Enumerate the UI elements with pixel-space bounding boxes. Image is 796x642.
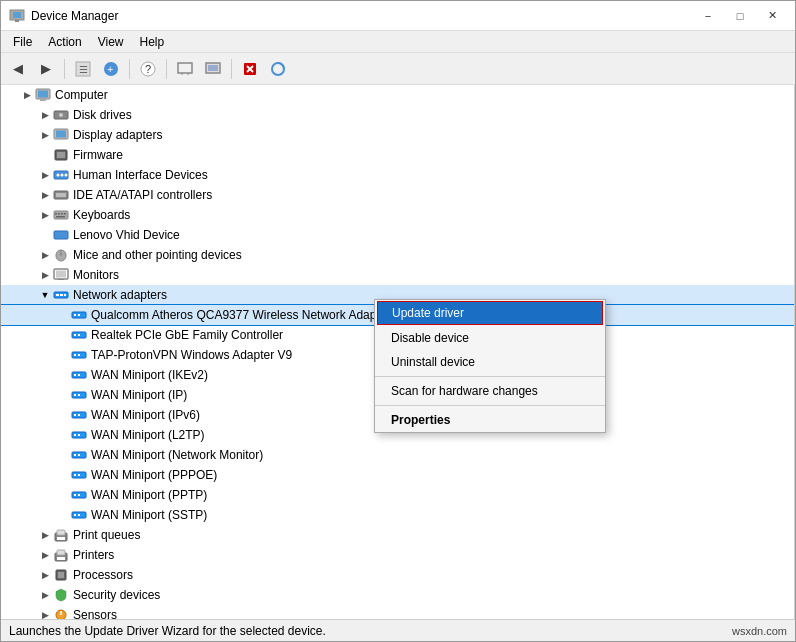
svg-rect-60 <box>74 374 76 376</box>
tree-item-sensors[interactable]: ▶ Sensors <box>1 605 794 619</box>
uninstall-button[interactable] <box>237 56 263 82</box>
scan-button[interactable] <box>265 56 291 82</box>
ctx-sep1 <box>375 376 605 377</box>
tree-item-wan-sstp[interactable]: WAN Miniport (SSTP) <box>1 505 794 525</box>
tree-item-wan-monitor[interactable]: WAN Miniport (Network Monitor) <box>1 445 794 465</box>
tree-label-security: Security devices <box>73 588 160 602</box>
content-area: ▶ Computer ▶ Disk drives ▶ Di <box>1 85 795 619</box>
tree-item-hid[interactable]: ▶ Human Interface Devices <box>1 165 794 185</box>
tree-item-printers[interactable]: ▶ Printers <box>1 545 794 565</box>
svg-rect-63 <box>74 394 76 396</box>
tree-item-ide[interactable]: ▶ IDE ATA/ATAPI controllers <box>1 185 794 205</box>
tree-item-keyboards[interactable]: ▶ Keyboards <box>1 205 794 225</box>
display-button[interactable] <box>172 56 198 82</box>
ctx-disable-device[interactable]: Disable device <box>375 326 605 350</box>
realtek-icon <box>71 327 87 343</box>
expand-mice[interactable]: ▶ <box>37 247 53 263</box>
expand-hid[interactable]: ▶ <box>37 167 53 183</box>
window-controls: − □ ✕ <box>693 6 787 26</box>
help-button[interactable]: ? <box>135 56 161 82</box>
svg-rect-72 <box>74 454 76 456</box>
maximize-button[interactable]: □ <box>725 6 755 26</box>
tree-label-tap: TAP-ProtonVPN Windows Adapter V9 <box>91 348 292 362</box>
svg-rect-49 <box>64 294 66 296</box>
device-manager-window: Device Manager − □ ✕ File Action View He… <box>0 0 796 642</box>
tree-label-wan-l2tp: WAN Miniport (L2TP) <box>91 428 205 442</box>
tree-pane[interactable]: ▶ Computer ▶ Disk drives ▶ Di <box>1 85 795 619</box>
toolbar-separator-1 <box>64 59 65 79</box>
hid-icon <box>53 167 69 183</box>
expand-monitors[interactable]: ▶ <box>37 267 53 283</box>
tree-label-printers: Printers <box>73 548 114 562</box>
ctx-update-driver[interactable]: Update driver <box>377 301 603 325</box>
expand-print-queues[interactable]: ▶ <box>37 527 53 543</box>
display2-button[interactable] <box>200 56 226 82</box>
properties-button[interactable]: ☰ <box>70 56 96 82</box>
svg-rect-67 <box>78 414 80 416</box>
svg-rect-33 <box>54 211 68 219</box>
tree-label-firmware: Firmware <box>73 148 123 162</box>
expand-security[interactable]: ▶ <box>37 587 53 603</box>
expand-keyboards[interactable]: ▶ <box>37 207 53 223</box>
minimize-button[interactable]: − <box>693 6 723 26</box>
expand-sensors[interactable]: ▶ <box>37 607 53 619</box>
wan-ipv6-icon <box>71 407 87 423</box>
tree-item-monitors[interactable]: ▶ Monitors <box>1 265 794 285</box>
expand-disk[interactable]: ▶ <box>37 107 53 123</box>
update-driver-button[interactable]: + <box>98 56 124 82</box>
menu-bar: File Action View Help <box>1 31 795 53</box>
tree-item-wan-pppoe[interactable]: WAN Miniport (PPPOE) <box>1 465 794 485</box>
network-icon <box>53 287 69 303</box>
tree-item-processors[interactable]: ▶ Processors <box>1 565 794 585</box>
tap-icon <box>71 347 87 363</box>
lenovo-icon <box>53 227 69 243</box>
svg-rect-13 <box>208 65 218 71</box>
menu-view[interactable]: View <box>90 33 132 51</box>
ctx-properties[interactable]: Properties <box>375 408 605 432</box>
close-button[interactable]: ✕ <box>757 6 787 26</box>
tree-item-print-queues[interactable]: ▶ Print queues <box>1 525 794 545</box>
forward-button[interactable]: ▶ <box>33 56 59 82</box>
tree-label-mice: Mice and other pointing devices <box>73 248 242 262</box>
svg-rect-87 <box>57 550 65 555</box>
svg-rect-76 <box>78 474 80 476</box>
tree-item-disk-drives[interactable]: ▶ Disk drives <box>1 105 794 125</box>
svg-rect-39 <box>54 231 68 239</box>
menu-file[interactable]: File <box>5 33 40 51</box>
svg-rect-37 <box>64 213 66 215</box>
tree-item-computer[interactable]: ▶ Computer <box>1 85 794 105</box>
computer-icon <box>35 87 51 103</box>
ctx-uninstall-device[interactable]: Uninstall device <box>375 350 605 374</box>
app-icon <box>9 8 25 24</box>
title-bar-left: Device Manager <box>9 8 118 24</box>
back-button[interactable]: ◀ <box>5 56 31 82</box>
svg-rect-24 <box>56 131 66 138</box>
wan-l2tp-icon <box>71 427 87 443</box>
expand-network[interactable]: ▼ <box>37 287 53 303</box>
monitors-icon <box>53 267 69 283</box>
svg-point-42 <box>60 253 62 255</box>
svg-rect-81 <box>74 514 76 516</box>
menu-action[interactable]: Action <box>40 33 89 51</box>
menu-help[interactable]: Help <box>132 33 173 51</box>
svg-rect-19 <box>38 91 48 98</box>
svg-rect-75 <box>74 474 76 476</box>
svg-rect-64 <box>78 394 80 396</box>
expand-ide[interactable]: ▶ <box>37 187 53 203</box>
expand-display[interactable]: ▶ <box>37 127 53 143</box>
expand-computer[interactable]: ▶ <box>19 87 35 103</box>
svg-rect-35 <box>58 213 60 215</box>
ctx-scan-hardware[interactable]: Scan for hardware changes <box>375 379 605 403</box>
tree-label-computer: Computer <box>55 88 108 102</box>
tree-item-security[interactable]: ▶ Security devices <box>1 585 794 605</box>
status-message: Launches the Update Driver Wizard for th… <box>9 624 326 638</box>
tree-item-firmware[interactable]: Firmware <box>1 145 794 165</box>
tree-item-display[interactable]: ▶ Display adapters <box>1 125 794 145</box>
tree-item-wan-pptp[interactable]: WAN Miniport (PPTP) <box>1 485 794 505</box>
svg-rect-48 <box>60 294 63 296</box>
expand-printers[interactable]: ▶ <box>37 547 53 563</box>
expand-processors[interactable]: ▶ <box>37 567 53 583</box>
tree-item-lenovo[interactable]: Lenovo Vhid Device <box>1 225 794 245</box>
tree-item-mice[interactable]: ▶ Mice and other pointing devices <box>1 245 794 265</box>
tree-label-realtek: Realtek PCIe GbE Family Controller <box>91 328 283 342</box>
